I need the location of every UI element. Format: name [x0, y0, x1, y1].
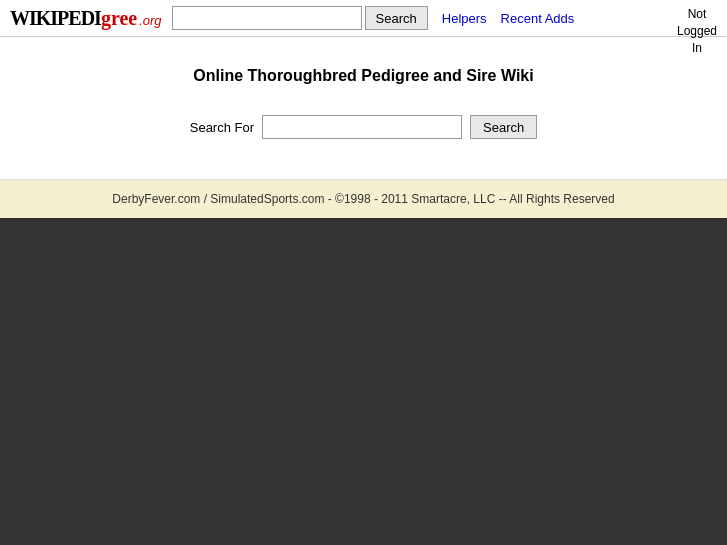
not-logged-in-label: NotLoggedIn — [677, 6, 717, 56]
recent-adds-link[interactable]: Recent Adds — [501, 11, 575, 26]
helpers-link[interactable]: Helpers — [442, 11, 487, 26]
header-search-button[interactable]: Search — [365, 6, 428, 30]
logo-gree-text: gree — [101, 7, 137, 30]
search-for-row: Search For Search — [20, 115, 707, 139]
main-content: WIKIPEDIgree .org Search Helpers Recent … — [0, 0, 727, 218]
main-search-button[interactable]: Search — [470, 115, 537, 139]
header-links: Helpers Recent Adds — [442, 11, 575, 26]
logo-org-text: .org — [139, 13, 161, 28]
logo-wikipedia-text: WIKIPEDI — [10, 7, 101, 30]
main-search-input[interactable] — [262, 115, 462, 139]
search-for-label: Search For — [190, 120, 254, 135]
logo-area: WIKIPEDIgree .org — [10, 7, 162, 30]
header-search-input[interactable] — [172, 6, 362, 30]
header: WIKIPEDIgree .org Search Helpers Recent … — [0, 0, 727, 37]
dark-background-area — [0, 218, 727, 545]
page-title: Online Thoroughbred Pedigree and Sire Wi… — [20, 67, 707, 85]
footer-text: DerbyFever.com / SimulatedSports.com - ©… — [112, 192, 614, 206]
footer: DerbyFever.com / SimulatedSports.com - ©… — [0, 179, 727, 218]
page-body: Online Thoroughbred Pedigree and Sire Wi… — [0, 37, 727, 179]
